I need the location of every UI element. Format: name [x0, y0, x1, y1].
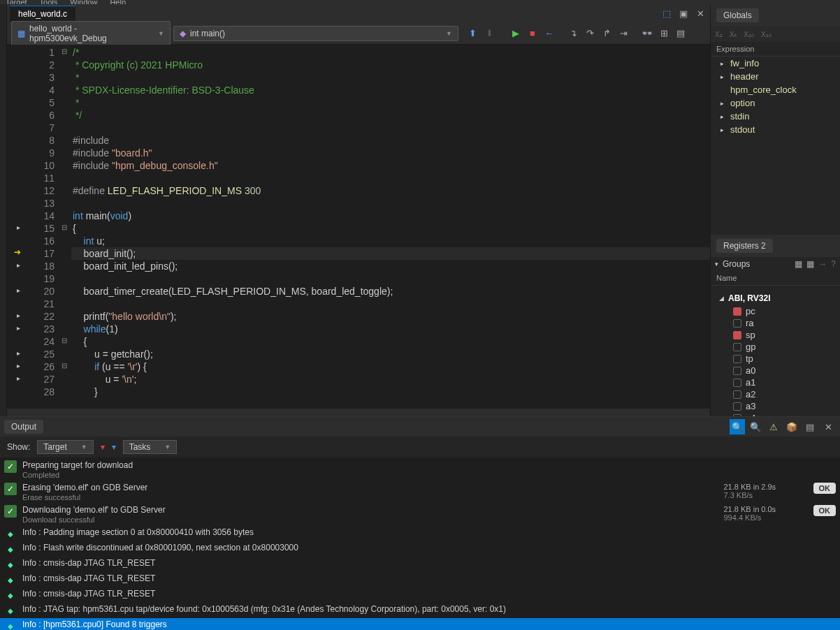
global-var-fw_info[interactable]: ▸fw_info: [711, 57, 840, 70]
show-label: Show:: [7, 442, 30, 452]
step-over-icon[interactable]: ↷: [583, 27, 597, 41]
editor-tabs: hello_world.c ⬚ ▣ ✕: [7, 4, 710, 22]
output-panel: Output 🔍 🔍 ⚠ 📦 ▤ ✕ Show: Target▼ ▾ ▾ Tas…: [0, 416, 840, 630]
output-row[interactable]: ◆Info : JTAG tap: hpm5361.cpu tap/device…: [0, 603, 840, 618]
globals-panel: Globals X₂X₈X₁₀X₁₆ Expression ▸fw_info▸h…: [711, 4, 840, 235]
register-gp[interactable]: gp: [711, 341, 840, 353]
register-a1[interactable]: a1: [711, 376, 840, 388]
output-row[interactable]: ◆Info : cmsis-dap JTAG TLR_RESET: [0, 557, 840, 572]
tasks-dropdown[interactable]: Tasks▼: [123, 440, 178, 454]
debug-toolbar: ▦ hello_world - hpm5300evk_Debug ▼ ◆ int…: [7, 22, 710, 45]
left-activity-strip: [0, 4, 7, 416]
register-group[interactable]: ABI, RV32I: [728, 293, 770, 303]
box-icon[interactable]: 📦: [784, 419, 799, 434]
register-ra[interactable]: ra: [711, 317, 840, 329]
expression-header: Expression: [711, 42, 840, 57]
registers-panel: Registers 2 ▾ Groups ▦ ▦ → ? Name ◢ ABI,…: [711, 235, 840, 416]
back-icon[interactable]: ←: [542, 27, 556, 41]
output-row[interactable]: ◆Info : cmsis-dap JTAG TLR_RESET: [0, 572, 840, 587]
output-filter-icon[interactable]: 🔍: [730, 419, 745, 434]
toggle-icon[interactable]: ⊞: [657, 27, 671, 41]
output-tab[interactable]: Output: [4, 420, 43, 434]
step-out-icon[interactable]: ↱: [600, 27, 614, 41]
maximize-icon[interactable]: ▣: [676, 6, 690, 20]
name-header: Name: [711, 271, 840, 286]
filter-icon-red[interactable]: ▾: [101, 442, 105, 452]
output-row[interactable]: ◆Info : Padding image section 0 at 0x800…: [0, 526, 840, 541]
warn-icon[interactable]: ⚠: [766, 419, 781, 434]
arrow-icon[interactable]: →: [818, 259, 827, 269]
output-row[interactable]: ◆Info : [hpm5361.cpu0] Found 8 triggers: [0, 618, 840, 630]
global-var-header[interactable]: ▸header: [711, 70, 840, 83]
chip-icon[interactable]: ▦: [795, 259, 802, 269]
nav-down-icon[interactable]: ⬇: [482, 27, 496, 41]
output-row[interactable]: ◆Info : Flash write discontinued at 0x80…: [0, 541, 840, 557]
function-dropdown[interactable]: ◆ int main() ▼: [173, 26, 458, 41]
show-dropdown[interactable]: Target▼: [37, 440, 93, 454]
settings-icon[interactable]: ▤: [674, 27, 688, 41]
register-a4[interactable]: a4: [711, 412, 840, 416]
global-var-hpm_core_clock[interactable]: hpm_core_clock: [711, 83, 840, 96]
step-into-icon[interactable]: ↴: [566, 27, 580, 41]
registers-tab[interactable]: Registers 2: [716, 239, 773, 253]
register-sp[interactable]: sp: [711, 329, 840, 341]
nav-up-icon[interactable]: ⬆: [465, 27, 479, 41]
register-a3[interactable]: a3: [711, 400, 840, 412]
filter-icon-blue[interactable]: ▾: [112, 442, 116, 452]
output-row[interactable]: ✓Preparing target for downloadCompleted: [0, 459, 840, 481]
file-tab-hello-world[interactable]: hello_world.c: [10, 6, 75, 22]
output-row[interactable]: ✓Downloading 'demo.elf' to GDB ServerDow…: [0, 504, 840, 526]
global-var-stdout[interactable]: ▸stdout: [711, 123, 840, 136]
stop-icon[interactable]: ■: [526, 27, 540, 41]
watch-icon[interactable]: 👓: [640, 27, 654, 41]
globals-tab[interactable]: Globals: [716, 8, 759, 22]
global-var-stdin[interactable]: ▸stdin: [711, 110, 840, 123]
register-a2[interactable]: a2: [711, 388, 840, 400]
output-row[interactable]: ✓Erasing 'demo.elf' on GDB ServerErase s…: [0, 481, 840, 504]
clear-icon[interactable]: ▤: [802, 419, 818, 434]
output-row[interactable]: ◆Info : cmsis-dap JTAG TLR_RESET: [0, 587, 840, 603]
close-output-icon[interactable]: ✕: [820, 419, 836, 434]
register-pc[interactable]: pc: [711, 305, 840, 317]
help-icon[interactable]: ?: [831, 259, 836, 269]
register-a0[interactable]: a0: [711, 365, 840, 376]
code-editor[interactable]: ▸➔▸▸▸▸▸▸▸ 123456789101112131415161718192…: [7, 45, 710, 408]
close-icon[interactable]: ✕: [693, 6, 707, 20]
window-icon[interactable]: ⬚: [660, 6, 674, 20]
global-var-option[interactable]: ▸option: [711, 96, 840, 110]
run-to-icon[interactable]: ⇥: [616, 27, 630, 41]
ok-badge: OK: [813, 483, 837, 494]
search-icon[interactable]: 🔍: [748, 419, 763, 434]
horizontal-scrollbar[interactable]: [7, 408, 710, 416]
ok-badge: OK: [813, 505, 837, 516]
chip-icon-2[interactable]: ▦: [806, 259, 814, 269]
run-icon[interactable]: ▶: [509, 27, 523, 41]
register-tp[interactable]: tp: [711, 353, 840, 365]
project-config-dropdown[interactable]: ▦ hello_world - hpm5300evk_Debug ▼: [11, 21, 171, 46]
groups-label[interactable]: Groups: [723, 259, 750, 269]
